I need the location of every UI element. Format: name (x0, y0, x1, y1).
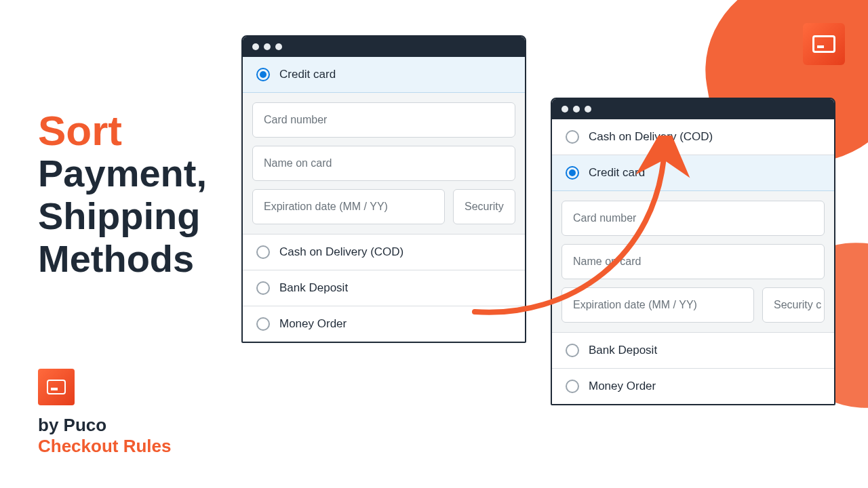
headline-line-3: Shipping (38, 195, 207, 238)
payment-option-label: Bank Deposit (589, 344, 657, 357)
window-dot-icon (573, 106, 580, 113)
radio-selected-icon (256, 68, 270, 81)
window-chrome (243, 37, 525, 57)
security-code-input[interactable]: Security (453, 189, 515, 224)
card-number-input[interactable]: Card number (252, 102, 515, 138)
radio-unselected-icon (566, 344, 579, 357)
brand-logo-small (38, 369, 75, 405)
payment-option-label: Credit card (589, 166, 645, 180)
radio-unselected-icon (256, 281, 270, 295)
headline-line-4: Methods (38, 238, 207, 281)
payment-option-label: Bank Deposit (279, 281, 348, 295)
mock-window-before: Credit card Card number Name on card Exp… (241, 35, 526, 343)
payment-option-cod[interactable]: Cash on Delivery (COD) (552, 119, 834, 155)
byline-line-2: Checkout Rules (38, 436, 172, 457)
payment-option-label: Cash on Delivery (COD) (279, 245, 403, 259)
payment-option-label: Money Order (279, 317, 347, 331)
name-on-card-input[interactable]: Name on card (561, 244, 825, 279)
radio-unselected-icon (566, 130, 579, 144)
window-chrome (552, 99, 834, 119)
payment-option-credit-card[interactable]: Credit card (552, 155, 834, 191)
payment-option-bank-deposit[interactable]: Bank Deposit (243, 270, 525, 306)
payment-option-label: Cash on Delivery (COD) (589, 130, 713, 144)
payment-option-bank-deposit[interactable]: Bank Deposit (552, 333, 834, 369)
expiry-input[interactable]: Expiration date (MM / YY) (561, 287, 754, 323)
credit-card-fields: Card number Name on card Expiration date… (243, 93, 525, 235)
payment-option-cod[interactable]: Cash on Delivery (COD) (243, 235, 525, 270)
headline: Sort Payment, Shipping Methods (38, 108, 207, 280)
radio-unselected-icon (256, 245, 270, 259)
byline: by Puco Checkout Rules (38, 369, 172, 457)
window-dot-icon (275, 43, 282, 50)
window-dot-icon (561, 106, 568, 113)
payment-option-money-order[interactable]: Money Order (552, 369, 834, 404)
radio-unselected-icon (566, 380, 579, 393)
headline-line-2: Payment, (38, 152, 207, 195)
headline-line-1: Sort (38, 108, 207, 152)
window-dot-icon (264, 43, 271, 50)
credit-card-icon (47, 380, 66, 394)
payment-option-label: Money Order (589, 380, 656, 393)
window-dot-icon (585, 106, 591, 113)
radio-selected-icon (566, 166, 579, 180)
brand-logo-corner (803, 23, 845, 65)
window-dot-icon (252, 43, 259, 50)
name-on-card-input[interactable]: Name on card (252, 146, 515, 181)
mock-window-after: Cash on Delivery (COD) Credit card Card … (551, 98, 835, 405)
security-code-input[interactable]: Security c (762, 287, 825, 323)
payment-option-money-order[interactable]: Money Order (243, 306, 525, 342)
card-number-input[interactable]: Card number (561, 201, 825, 236)
byline-line-1: by Puco (38, 415, 172, 436)
expiry-input[interactable]: Expiration date (MM / YY) (252, 189, 445, 224)
payment-option-credit-card[interactable]: Credit card (243, 57, 525, 93)
credit-card-fields: Card number Name on card Expiration date… (552, 191, 834, 333)
credit-card-icon (812, 35, 835, 53)
payment-option-label: Credit card (279, 68, 336, 81)
radio-unselected-icon (256, 317, 270, 331)
